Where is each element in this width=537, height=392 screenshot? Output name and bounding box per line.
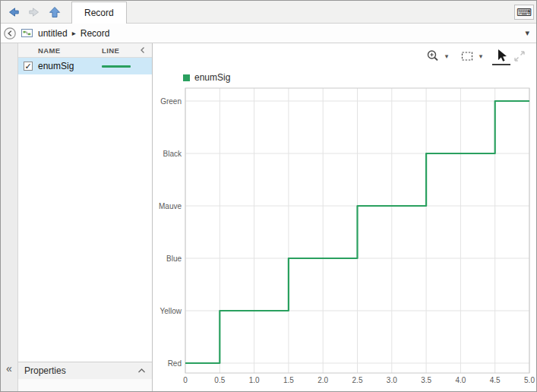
svg-text:2.5: 2.5 [352, 376, 363, 384]
chevron-up-icon[interactable] [137, 368, 146, 374]
svg-text:Green: Green [160, 97, 182, 106]
chart-toolbar: ▾ ▾ [424, 47, 529, 65]
expand-arrows-icon [512, 49, 527, 64]
chevron-left-icon[interactable] [140, 46, 152, 54]
signal-visibility-checkbox[interactable]: ✓ [24, 62, 33, 71]
svg-text:Red: Red [168, 359, 182, 368]
zoom-in-icon [425, 49, 441, 64]
svg-text:1.5: 1.5 [283, 376, 294, 384]
chart-panel: ▾ ▾ [153, 43, 536, 391]
svg-text:0.5: 0.5 [214, 376, 225, 384]
signal-name: enumSig [38, 61, 102, 71]
signal-table-header: NAME LINE [18, 43, 152, 58]
left-gutter: « [1, 43, 18, 391]
svg-text:5.0: 5.0 [524, 376, 535, 384]
back-arrow-icon [6, 5, 21, 20]
breadcrumb-separator-icon: ▸ [72, 29, 76, 37]
forward-arrow-icon [27, 5, 42, 20]
pointer-tool-button[interactable] [492, 47, 510, 65]
tab-record-label: Record [84, 8, 114, 18]
column-header-name[interactable]: NAME [38, 46, 102, 55]
breadcrumb-dropdown-caret[interactable]: ▾ [525, 28, 529, 38]
svg-text:4.0: 4.0 [455, 376, 466, 384]
svg-text:0: 0 [183, 376, 188, 384]
pointer-cursor-icon [494, 48, 509, 63]
signal-table-empty-area [18, 74, 152, 362]
signal-row[interactable]: ✓ enumSig [18, 58, 152, 74]
zoom-button[interactable] [424, 47, 442, 65]
check-icon: ✓ [24, 62, 31, 71]
svg-text:4.5: 4.5 [490, 376, 501, 384]
simulink-model-icon [21, 28, 33, 38]
main-toolbar: Record ⌨ [1, 1, 536, 24]
keyboard-shortcuts-button[interactable]: ⌨ [514, 5, 534, 20]
forward-button[interactable] [24, 2, 44, 22]
svg-text:1.0: 1.0 [249, 376, 260, 384]
breadcrumb-view[interactable]: Record [81, 28, 110, 39]
collapse-panel-button[interactable]: « [1, 362, 17, 375]
svg-text:Mauve: Mauve [159, 202, 182, 210]
properties-label: Properties [24, 365, 66, 376]
svg-text:Black: Black [163, 150, 182, 158]
svg-text:Blue: Blue [166, 254, 182, 263]
column-header-line[interactable]: LINE [102, 46, 140, 55]
record-window: Record ⌨ untitled ▸ Record ▾ [0, 0, 537, 392]
keyboard-icon: ⌨ [516, 6, 532, 18]
navigate-circle-icon[interactable] [3, 27, 17, 40]
properties-content-area [18, 379, 152, 391]
legend-marker [183, 74, 190, 81]
step-chart[interactable]: 00.51.01.52.02.53.03.54.04.55.0RedYellow… [153, 81, 535, 391]
svg-text:Yellow: Yellow [160, 307, 182, 315]
up-arrow-icon [47, 5, 62, 20]
fit-to-view-icon [460, 49, 475, 64]
checkbox-cell: ✓ [18, 62, 38, 71]
svg-text:3.0: 3.0 [387, 376, 397, 384]
svg-text:2.0: 2.0 [317, 376, 328, 384]
window-body: « NAME LINE ✓ enumSig [1, 43, 536, 391]
expand-button[interactable] [510, 47, 529, 65]
fit-to-view-button[interactable] [458, 47, 476, 65]
svg-text:3.5: 3.5 [421, 376, 431, 384]
tab-record[interactable]: Record [71, 2, 127, 24]
signal-line-sample [102, 65, 131, 68]
breadcrumb-model[interactable]: untitled [38, 28, 68, 39]
signal-panel: NAME LINE ✓ enumSig [18, 43, 153, 391]
properties-bar[interactable]: Properties [18, 362, 152, 379]
up-button[interactable] [44, 2, 65, 22]
back-button[interactable] [3, 2, 24, 22]
breadcrumb-bar: untitled ▸ Record ▾ [1, 24, 536, 43]
zoom-options-caret[interactable]: ▾ [442, 47, 451, 65]
line-cell [102, 65, 152, 68]
fit-options-caret[interactable]: ▾ [476, 47, 485, 65]
